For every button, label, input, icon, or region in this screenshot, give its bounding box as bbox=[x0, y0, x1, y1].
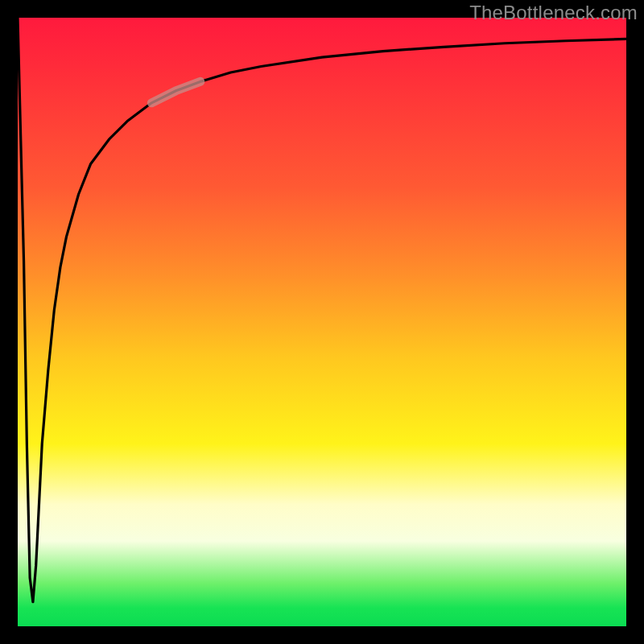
bottleneck-curve bbox=[18, 18, 626, 602]
plot-area bbox=[18, 18, 626, 626]
watermark-text: TheBottleneck.com bbox=[469, 2, 638, 24]
curve-svg bbox=[18, 18, 626, 626]
curve-highlight-marker bbox=[151, 81, 200, 102]
chart-frame: TheBottleneck.com bbox=[0, 0, 644, 644]
